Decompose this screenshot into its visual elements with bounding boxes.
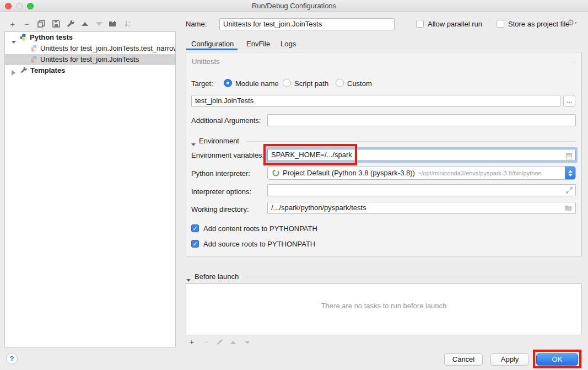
before-launch-title[interactable]: Before launch bbox=[195, 272, 239, 281]
tree-item-label[interactable]: Unittests for test_join.JoinTests bbox=[40, 54, 139, 65]
tree-item-label[interactable]: Unittests for test_join.JoinTests.test_n… bbox=[40, 43, 176, 54]
checkmark-icon: ✓ bbox=[192, 225, 197, 232]
working-directory-value: /.../spark/python/pyspark/tests bbox=[271, 203, 366, 212]
minimize-window-button bbox=[16, 3, 23, 9]
python-interpreter-path: ~/opt/miniconda3/envs/pyspark-3.8/bin/py… bbox=[418, 170, 542, 176]
before-launch-task-list: There are no tasks to run before launch bbox=[186, 283, 582, 335]
remove-task-icon: − bbox=[201, 336, 211, 346]
cancel-button[interactable]: Cancel bbox=[444, 353, 483, 366]
tree-item-label[interactable]: Templates bbox=[30, 65, 65, 76]
radio-module-name-label[interactable]: Module name bbox=[235, 79, 279, 88]
tree-item-python-tests[interactable]: Python tests bbox=[5, 32, 175, 43]
module-name-input[interactable]: test_join.JoinTests bbox=[191, 95, 560, 107]
move-up-icon[interactable] bbox=[80, 19, 90, 29]
environment-section-title[interactable]: Environment bbox=[199, 137, 239, 145]
add-content-roots-checkbox[interactable]: ✓ bbox=[191, 224, 199, 232]
python-test-icon bbox=[31, 45, 38, 52]
remove-configuration-icon[interactable]: − bbox=[22, 19, 32, 29]
folder-browse-icon[interactable] bbox=[565, 205, 573, 211]
store-as-project-file-checkbox[interactable] bbox=[497, 20, 504, 28]
working-directory-label: Working directory: bbox=[191, 205, 249, 213]
tab-logs[interactable]: Logs bbox=[280, 39, 296, 50]
checkmark-icon: ✓ bbox=[192, 240, 197, 247]
radio-script-path[interactable] bbox=[283, 79, 291, 87]
env-vars-browse-icon[interactable]: ▤ bbox=[565, 150, 573, 161]
help-button[interactable]: ? bbox=[6, 353, 18, 364]
python-test-icon bbox=[31, 56, 38, 63]
tree-item-unittest-narrow[interactable]: Unittests for test_join.JoinTests.test_n… bbox=[5, 43, 175, 54]
add-configuration-icon[interactable]: + bbox=[8, 19, 18, 29]
run-debug-configurations-dialog: Run/Debug Configurations + − az Python t… bbox=[0, 0, 588, 370]
window-title: Run/Debug Configurations bbox=[0, 0, 588, 12]
move-task-down-icon bbox=[242, 337, 252, 347]
name-label: Name: bbox=[186, 20, 207, 28]
edit-task-icon bbox=[215, 337, 225, 347]
python-interpreter-select[interactable]: Project Default (Python 3.8 (pyspark-3.8… bbox=[267, 166, 576, 180]
no-tasks-message: There are no tasks to run before launch bbox=[186, 302, 581, 310]
edit-templates-icon[interactable] bbox=[66, 19, 75, 29]
python-tests-icon bbox=[20, 34, 27, 41]
title-bar[interactable]: Run/Debug Configurations bbox=[0, 0, 588, 12]
zoom-window-button[interactable] bbox=[27, 3, 34, 9]
add-content-roots-label: Add content roots to PYTHONPATH bbox=[203, 224, 317, 233]
before-launch-divider bbox=[245, 277, 576, 277]
tab-configuration[interactable]: Configuration bbox=[191, 39, 234, 50]
expand-field-icon[interactable] bbox=[566, 187, 573, 194]
ok-button[interactable]: OK bbox=[536, 353, 578, 366]
close-window-button[interactable] bbox=[5, 3, 12, 9]
interpreter-options-label: Interpreter options: bbox=[191, 187, 251, 196]
group-divider bbox=[227, 62, 576, 62]
expand-arrow-icon[interactable] bbox=[12, 68, 15, 79]
radio-custom[interactable] bbox=[336, 79, 344, 87]
allow-parallel-run-checkbox[interactable] bbox=[416, 20, 424, 28]
environment-collapse-icon[interactable] bbox=[191, 140, 196, 148]
radio-module-name[interactable] bbox=[224, 79, 232, 87]
conda-env-icon bbox=[272, 169, 279, 176]
configurations-tree: Python tests Unittests for test_join.Joi… bbox=[4, 31, 176, 347]
radio-script-path-label[interactable]: Script path bbox=[294, 79, 328, 88]
python-interpreter-value: Project Default (Python 3.8 (pyspark-3.8… bbox=[283, 169, 415, 177]
svg-text:z: z bbox=[128, 24, 130, 28]
environment-divider bbox=[246, 141, 576, 142]
tree-item-templates[interactable]: Templates bbox=[5, 65, 175, 76]
name-input[interactable]: Unittests for test_join.JoinTests bbox=[219, 18, 395, 30]
gear-icon[interactable]: ⚙▾ bbox=[567, 18, 576, 28]
tree-item-label[interactable]: Python tests bbox=[30, 32, 73, 43]
add-source-roots-label: Add source roots to PYTHONPATH bbox=[203, 240, 315, 249]
svg-text:a: a bbox=[128, 20, 131, 24]
environment-variables-label: Environment variables: bbox=[191, 151, 264, 159]
save-configuration-icon[interactable] bbox=[51, 19, 61, 29]
create-folder-icon[interactable] bbox=[108, 19, 118, 29]
add-task-icon[interactable]: + bbox=[187, 336, 197, 346]
apply-button[interactable]: Apply bbox=[490, 353, 529, 366]
selected-tab-underline bbox=[186, 49, 238, 50]
tab-envfile[interactable]: EnvFile bbox=[246, 39, 270, 50]
additional-arguments-label: Additional Arguments: bbox=[191, 116, 261, 125]
environment-variables-input[interactable]: SPARK_HOME=/.../spark ▤ bbox=[266, 147, 578, 163]
environment-variables-value: SPARK_HOME=/.../spark bbox=[271, 151, 352, 159]
browse-module-button[interactable]: ... bbox=[563, 95, 575, 107]
move-task-up-icon bbox=[228, 337, 238, 347]
move-down-icon bbox=[94, 19, 104, 29]
python-interpreter-label: Python interpreter: bbox=[191, 169, 250, 178]
additional-arguments-input[interactable] bbox=[267, 114, 576, 126]
tree-item-unittest-jointests-selected[interactable]: Unittests for test_join.JoinTests bbox=[5, 54, 175, 65]
sort-configurations-icon: az bbox=[123, 19, 133, 29]
working-directory-input[interactable]: /.../spark/python/pyspark/tests bbox=[267, 202, 576, 214]
before-launch-collapse-icon[interactable] bbox=[186, 275, 191, 283]
unittests-group-title: Unittests bbox=[192, 57, 220, 66]
store-as-project-file-label: Store as project file bbox=[508, 20, 569, 29]
interpreter-options-input[interactable] bbox=[267, 184, 576, 196]
allow-parallel-run-label: Allow parallel run bbox=[428, 20, 482, 29]
interpreter-stepper-icon[interactable] bbox=[565, 166, 575, 180]
add-source-roots-checkbox[interactable]: ✓ bbox=[191, 240, 199, 248]
radio-custom-label[interactable]: Custom bbox=[347, 79, 372, 88]
target-label: Target: bbox=[191, 79, 213, 88]
copy-configuration-icon[interactable] bbox=[36, 19, 46, 29]
templates-wrench-icon bbox=[20, 67, 28, 74]
